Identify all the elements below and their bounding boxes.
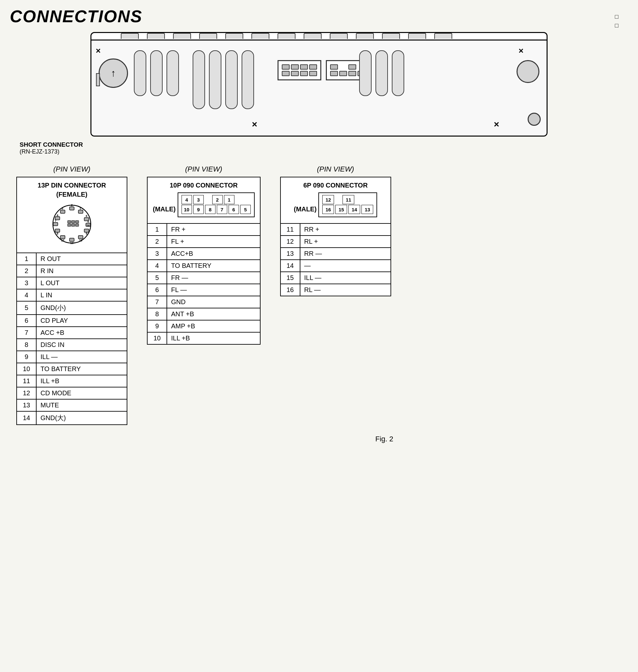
svg-text:7: 7 (54, 219, 56, 223)
table-row: 10ILL +B (147, 332, 260, 344)
svg-text:14: 14 (86, 224, 89, 227)
svg-rect-21 (78, 235, 83, 239)
connector-6p-section: (PIN VIEW) 6P 090 CONNECTOR (MALE) 12 (280, 165, 391, 296)
connector-table-6p: 6P 090 CONNECTOR (MALE) 12 11 16 (280, 177, 391, 296)
table-row: 3ACC+B (147, 248, 260, 260)
table-row: 2FL + (147, 235, 260, 248)
svg-rect-19 (69, 238, 74, 242)
svg-text:2: 2 (71, 203, 72, 207)
svg-text:8: 8 (56, 232, 58, 235)
connector-10p-header: 10P 090 CONNECTOR (MALE) 4 3 2 1 (147, 177, 260, 224)
pin-view-label-13p: (PIN VIEW) (53, 165, 90, 174)
svg-rect-28 (71, 224, 75, 226)
fig-label: Fig. 2 (10, 435, 628, 443)
svg-rect-9 (53, 223, 58, 226)
svg-rect-17 (61, 235, 65, 239)
svg-text:13: 13 (70, 242, 73, 245)
table-row: 3L OUT (17, 277, 127, 289)
table-row: 13RR — (281, 248, 391, 260)
table-row: 8ANT +B (147, 308, 260, 320)
table-row: 4L IN (17, 289, 127, 301)
table-row: 6FL — (147, 284, 260, 296)
svg-rect-1 (78, 210, 83, 213)
connector-13p-header: 13P DIN CONNECTOR (FEMALE) 1 (17, 177, 127, 253)
device-diagram: ✕ ↑ (90, 32, 548, 136)
table-row: 11ILL +B (17, 375, 127, 387)
svg-rect-26 (71, 220, 75, 223)
table-row: 1R OUT (17, 253, 127, 265)
table-row: 5GND(小) (17, 301, 127, 315)
6p-diagram: 12 11 16 15 14 13 (318, 193, 377, 217)
svg-text:4: 4 (56, 214, 58, 217)
table-row: 9ILL — (17, 351, 127, 363)
svg-text:3: 3 (61, 207, 63, 210)
table-row: 16RL — (281, 284, 391, 296)
connector-table-10p: 10P 090 CONNECTOR (MALE) 4 3 2 1 (147, 177, 261, 345)
10p-diagram: 4 3 2 1 10 9 8 7 (178, 193, 255, 217)
svg-rect-5 (61, 210, 65, 213)
din-diagram: 1 2 3 4 (51, 203, 93, 245)
connector-10p-section: (PIN VIEW) 10P 090 CONNECTOR (MALE) 4 3 (147, 165, 261, 345)
table-row: 6CD PLAY (17, 315, 127, 327)
page-title: CONNECTIONS (10, 6, 628, 26)
table-row: 4TO BATTERY (147, 260, 260, 272)
svg-text:5: 5 (87, 220, 89, 223)
table-row: 15ILL — (281, 272, 391, 284)
table-row: 14— (281, 260, 391, 272)
pin-view-label-6p: (PIN VIEW) (317, 165, 354, 174)
table-row: 1FR + (147, 224, 260, 235)
svg-rect-3 (69, 207, 74, 210)
table-row: 8DISC IN (17, 339, 127, 351)
table-row: 12RL + (281, 235, 391, 248)
table-row: 14GND(大) (17, 411, 127, 425)
table-row: 2R IN (17, 265, 127, 277)
connector-6p-header: 6P 090 CONNECTOR (MALE) 12 11 16 (281, 177, 391, 224)
svg-text:1: 1 (79, 207, 81, 210)
table-row: 10TO BATTERY (17, 363, 127, 375)
table-row: 11RR + (281, 224, 391, 235)
short-connector-label: SHORT CONNECTOR (RN-EJZ-1373) (20, 141, 83, 155)
top-right-note: □□ (615, 12, 618, 30)
svg-text:12: 12 (61, 239, 64, 242)
svg-rect-30 (75, 224, 79, 226)
table-row: 13MUTE (17, 399, 127, 411)
table-row: 7ACC +B (17, 327, 127, 339)
svg-rect-25 (68, 220, 71, 223)
table-row: 5FR — (147, 272, 260, 284)
svg-rect-29 (75, 220, 79, 223)
table-row: 12CD MODE (17, 387, 127, 399)
svg-text:10: 10 (79, 239, 82, 242)
table-row: 7GND (147, 296, 260, 308)
table-row: 9AMP +B (147, 320, 260, 332)
pin-views-container: (PIN VIEW) 13P DIN CONNECTOR (FEMALE) (10, 165, 628, 425)
connector-table-13p: 13P DIN CONNECTOR (FEMALE) 1 (16, 177, 127, 425)
connector-13p-section: (PIN VIEW) 13P DIN CONNECTOR (FEMALE) (16, 165, 127, 425)
svg-rect-27 (68, 224, 71, 226)
svg-text:9: 9 (86, 232, 87, 235)
pin-view-label-10p: (PIN VIEW) (185, 165, 222, 174)
svg-text:6: 6 (86, 214, 87, 217)
